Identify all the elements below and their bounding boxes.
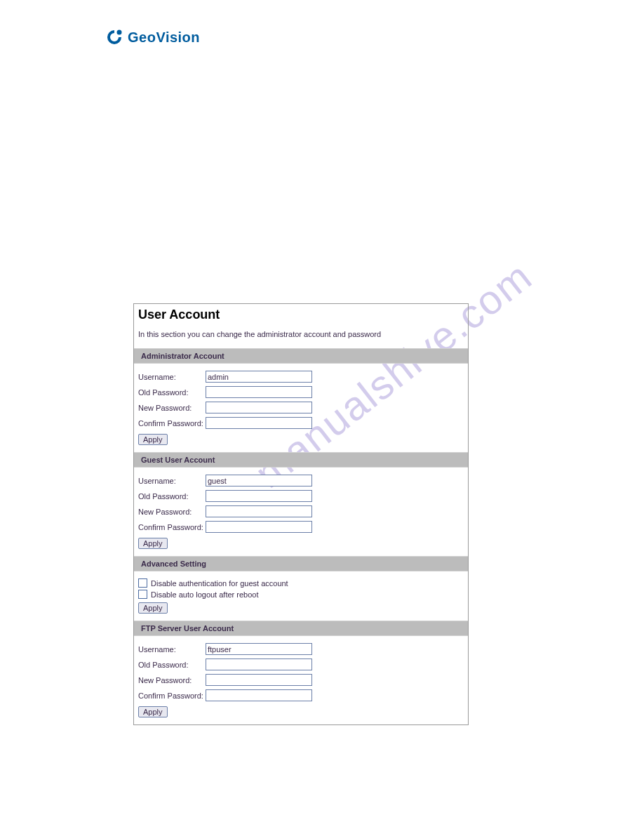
ftp-old-password-input[interactable] [206,658,312,670]
admin-confirm-password-label: Confirm Password: [138,419,206,428]
disable-auth-checkbox[interactable] [138,578,147,588]
advanced-form: Disable authentication for guest account… [134,571,468,621]
guest-username-label: Username: [138,477,206,485]
guest-apply-button[interactable]: Apply [138,538,168,549]
admin-username-label: Username: [138,373,206,381]
guest-new-password-input[interactable] [206,505,312,517]
admin-form: Username: Old Password: New Password: Co… [134,364,468,452]
ftp-form: Username: Old Password: New Password: Co… [134,636,468,724]
ftp-new-password-label: New Password: [138,676,206,684]
ftp-username-input[interactable] [206,643,312,655]
logo-icon [105,28,123,46]
guest-old-password-label: Old Password: [138,492,206,501]
admin-username-input[interactable] [206,371,312,383]
brand-logo: GeoVision [105,28,200,46]
guest-confirm-password-label: Confirm Password: [138,523,206,531]
disable-auth-label: Disable authentication for guest account [151,579,288,588]
svg-point-0 [117,30,122,35]
guest-new-password-label: New Password: [138,508,206,516]
guest-form: Username: Old Password: New Password: Co… [134,468,468,556]
admin-confirm-password-input[interactable] [206,417,312,429]
guest-username-input[interactable] [206,475,312,486]
guest-confirm-password-input[interactable] [206,521,312,533]
user-account-panel: User Account In this section you can cha… [133,303,469,725]
panel-title: User Account [134,304,468,324]
admin-old-password-input[interactable] [206,386,312,398]
disable-auto-logout-checkbox[interactable] [138,590,147,599]
ftp-apply-button[interactable]: Apply [138,706,168,717]
panel-description: In this section you can change the admin… [134,324,468,348]
disable-auto-logout-label: Disable auto logout after reboot [151,590,259,599]
admin-old-password-label: Old Password: [138,388,206,397]
section-header-admin: Administrator Account [134,348,468,364]
section-header-guest: Guest User Account [134,452,468,468]
guest-old-password-input[interactable] [206,490,312,502]
ftp-old-password-label: Old Password: [138,661,206,669]
advanced-apply-button[interactable]: Apply [138,602,168,614]
logo-text: GeoVision [128,29,200,46]
ftp-new-password-input[interactable] [206,674,312,686]
ftp-confirm-password-input[interactable] [206,689,312,701]
admin-apply-button[interactable]: Apply [138,434,168,445]
section-header-advanced: Advanced Setting [134,556,468,571]
ftp-username-label: Username: [138,645,206,654]
ftp-confirm-password-label: Confirm Password: [138,691,206,700]
admin-new-password-input[interactable] [206,402,312,413]
section-header-ftp: FTP Server User Account [134,621,468,636]
admin-new-password-label: New Password: [138,404,206,412]
